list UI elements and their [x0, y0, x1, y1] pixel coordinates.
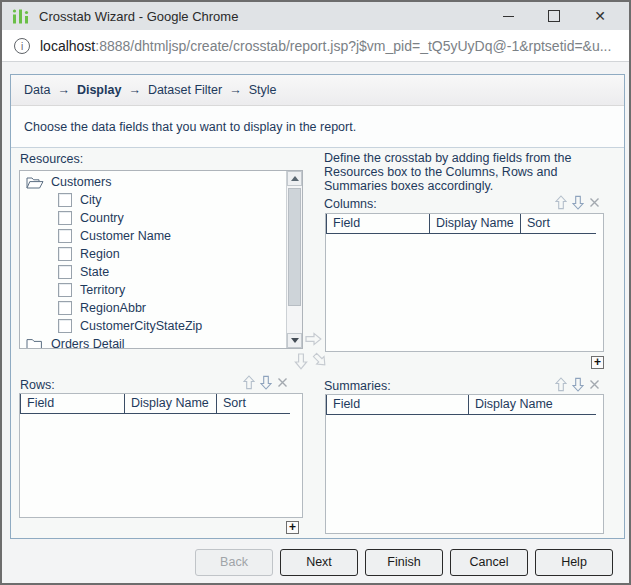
tree-item-label: Customers [51, 175, 111, 189]
breadcrumb-step-data[interactable]: Data [24, 83, 50, 97]
next-button[interactable]: Next [280, 549, 358, 576]
add-to-summaries-arrow-icon[interactable] [309, 349, 330, 370]
checkbox-icon[interactable] [58, 301, 72, 315]
rows-add-button[interactable]: + [286, 521, 299, 534]
summaries-table[interactable]: Field Display Name [325, 394, 604, 534]
tree-item-state[interactable]: State [20, 263, 286, 281]
column-header-display-name: Display Name [468, 395, 596, 415]
window-controls: ✕ [485, 2, 623, 30]
tree-item-label: City [80, 193, 102, 207]
tree-item-territory[interactable]: Territory [20, 281, 286, 299]
help-button[interactable]: Help [535, 549, 613, 576]
tree-item-label: CustomerCityStateZip [80, 319, 202, 333]
breadcrumb-step-dataset-filter[interactable]: Dataset Filter [148, 83, 222, 97]
checkbox-icon[interactable] [58, 283, 72, 297]
summaries-toolbar [555, 377, 600, 392]
column-header-sort: Sort [216, 394, 290, 414]
define-crosstab-text: Define the crosstab by adding fields fro… [324, 151, 620, 193]
scroll-up-button[interactable] [287, 171, 302, 186]
breadcrumb-step-display[interactable]: Display [77, 83, 121, 97]
rows-table-header: Field Display Name Sort [20, 394, 302, 414]
tree-scrollbar[interactable] [286, 171, 302, 348]
tree-item-label: Territory [80, 283, 125, 297]
minimize-button[interactable] [485, 2, 531, 30]
rows-label: Rows: [20, 378, 55, 392]
tree-item-orders-detail[interactable]: Orders Detail [20, 335, 286, 349]
move-down-icon[interactable] [572, 195, 584, 210]
summaries-label: Summaries: [324, 379, 391, 393]
tree-item-city[interactable]: City [20, 191, 286, 209]
resources-tree-items: Customers City Country Customer Name Reg… [20, 171, 286, 348]
checkbox-icon[interactable] [58, 193, 72, 207]
checkbox-icon[interactable] [58, 247, 72, 261]
scrollbar-thumb[interactable] [288, 188, 301, 306]
columns-table-header: Field Display Name Sort [326, 214, 603, 234]
cancel-button[interactable]: Cancel [450, 549, 528, 576]
tree-item-region[interactable]: Region [20, 245, 286, 263]
url-host: localhost [40, 38, 95, 54]
move-down-icon[interactable] [260, 375, 272, 390]
move-down-icon[interactable] [572, 377, 584, 392]
close-icon: ✕ [594, 9, 606, 23]
breadcrumb-arrow-icon: → [229, 83, 242, 97]
summaries-table-header: Field Display Name [326, 395, 603, 415]
tree-item-label: Customer Name [80, 229, 171, 243]
breadcrumb-step-style[interactable]: Style [249, 83, 277, 97]
url-text: localhost:8888/dhtmljsp/create/crosstab/… [40, 38, 611, 54]
app-logo-icon [11, 6, 31, 26]
tree-item-label: Country [80, 211, 124, 225]
window-title: Crosstab Wizard - Google Chrome [39, 9, 485, 24]
triangle-down-icon [291, 338, 299, 343]
rows-table[interactable]: Field Display Name Sort [19, 393, 303, 518]
tree-item-customer-name[interactable]: Customer Name [20, 227, 286, 245]
columns-add-button[interactable]: + [591, 356, 604, 369]
column-header-display-name: Display Name [429, 214, 520, 234]
move-up-icon[interactable] [243, 375, 255, 390]
tree-item-label: State [80, 265, 109, 279]
breadcrumb: Data → Display → Dataset Filter → Style [11, 75, 624, 106]
tree-item-customercitystatezip[interactable]: CustomerCityStateZip [20, 317, 286, 335]
checkbox-icon[interactable] [58, 319, 72, 333]
resources-tree[interactable]: Customers City Country Customer Name Reg… [19, 170, 303, 349]
close-button[interactable]: ✕ [577, 2, 623, 30]
column-header-sort: Sort [520, 214, 596, 234]
instruction-text: Choose the data fields that you want to … [11, 106, 624, 148]
finish-button[interactable]: Finish [365, 549, 443, 576]
move-up-icon[interactable] [555, 195, 567, 210]
columns-label: Columns: [324, 197, 377, 211]
remove-icon[interactable] [589, 379, 600, 390]
move-up-icon[interactable] [555, 377, 567, 392]
folder-open-icon [26, 176, 44, 189]
tree-item-regionabbr[interactable]: RegionAbbr [20, 299, 286, 317]
address-bar[interactable]: i localhost:8888/dhtmljsp/create/crossta… [2, 30, 629, 62]
page-info-icon[interactable]: i [14, 38, 30, 54]
triangle-up-icon [291, 176, 299, 181]
checkbox-icon[interactable] [58, 229, 72, 243]
maximize-button[interactable] [531, 2, 577, 30]
scroll-down-button[interactable] [287, 333, 302, 348]
column-header-field: Field [326, 395, 468, 415]
back-button[interactable]: Back [195, 549, 273, 576]
maximize-icon [548, 10, 560, 22]
add-to-columns-arrow-icon[interactable] [305, 332, 322, 346]
breadcrumb-arrow-icon: → [57, 83, 70, 97]
folder-closed-icon [26, 338, 44, 350]
checkbox-icon[interactable] [58, 265, 72, 279]
checkbox-icon[interactable] [58, 211, 72, 225]
remove-icon[interactable] [589, 197, 600, 208]
column-header-field: Field [20, 394, 124, 414]
tree-item-label: RegionAbbr [80, 301, 146, 315]
wizard-panel: Data → Display → Dataset Filter → Style … [10, 74, 625, 539]
resources-label: Resources: [20, 152, 83, 166]
add-to-rows-arrow-icon[interactable] [294, 353, 308, 371]
tree-item-customers[interactable]: Customers [20, 173, 286, 191]
breadcrumb-arrow-icon: → [128, 83, 141, 97]
tree-item-country[interactable]: Country [20, 209, 286, 227]
minimize-icon [503, 16, 514, 17]
remove-icon[interactable] [277, 377, 288, 388]
url-path: :8888/dhtmljsp/create/crosstab/report.js… [95, 38, 611, 54]
columns-table[interactable]: Field Display Name Sort [325, 213, 604, 352]
column-header-field: Field [326, 214, 429, 234]
rows-toolbar [243, 375, 288, 390]
tree-item-label: Orders Detail [51, 337, 125, 349]
